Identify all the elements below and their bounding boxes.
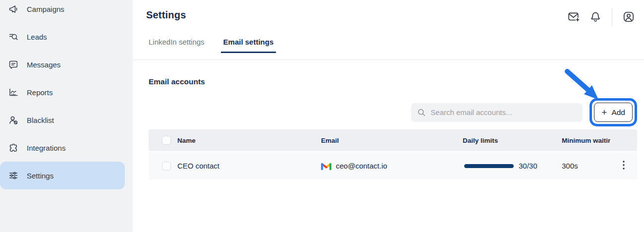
bell-icon[interactable] bbox=[587, 8, 604, 25]
mail-add-icon[interactable] bbox=[565, 8, 582, 25]
sliders-icon bbox=[8, 170, 19, 181]
email-accounts-table: Name Email Daily limits Minimum waiting … bbox=[149, 129, 637, 179]
row-checkbox[interactable] bbox=[162, 162, 171, 171]
sidebar-item-leads[interactable]: Leads bbox=[0, 23, 125, 51]
megaphone-icon bbox=[8, 3, 19, 14]
sidebar-item-blacklist[interactable]: Blacklist bbox=[0, 106, 125, 134]
table-header-row: Name Email Daily limits Minimum waiting … bbox=[149, 129, 637, 151]
add-button-label: Add bbox=[611, 108, 625, 117]
puzzle-icon bbox=[8, 142, 19, 153]
column-header-name: Name bbox=[177, 137, 321, 144]
sidebar-item-settings[interactable]: Settings bbox=[0, 162, 125, 189]
kebab-menu-icon[interactable] bbox=[619, 159, 629, 173]
column-header-daily-limits: Daily limits bbox=[463, 137, 562, 144]
blocked-person-icon bbox=[8, 115, 19, 125]
sidebar-item-label: Integrations bbox=[27, 144, 65, 152]
account-name: CEO contact bbox=[177, 162, 321, 170]
minimum-waiting-value: 300s bbox=[562, 162, 610, 170]
gmail-icon bbox=[321, 162, 331, 170]
sidebar-item-label: Blacklist bbox=[27, 116, 54, 124]
sidebar-item-label: Settings bbox=[27, 172, 54, 180]
daily-limits-cell: 30/30 bbox=[463, 162, 562, 170]
chart-icon bbox=[8, 87, 19, 98]
sidebar-item-label: Reports bbox=[27, 88, 53, 97]
topbar: Settings bbox=[133, 0, 644, 60]
table-row: CEO contact ceo@contact.io 30/30 bbox=[149, 152, 637, 179]
select-all-checkbox[interactable] bbox=[162, 136, 171, 145]
search-box bbox=[411, 103, 583, 122]
sidebar-item-label: Messages bbox=[27, 60, 60, 69]
tab-linkedin-settings[interactable]: LinkedIn settings bbox=[146, 38, 207, 53]
row-actions-cell bbox=[610, 159, 637, 173]
sidebar-item-reports[interactable]: Reports bbox=[0, 78, 125, 106]
message-bubble-icon bbox=[8, 59, 19, 70]
email-settings-panel: Email accounts + Add Name bbox=[133, 77, 644, 179]
divider bbox=[612, 8, 612, 26]
main-area: Settings bbox=[133, 0, 644, 232]
toolbar: + Add bbox=[149, 98, 637, 126]
sidebar-item-messages[interactable]: Messages bbox=[0, 51, 125, 78]
section-title: Email accounts bbox=[149, 77, 637, 86]
search-input[interactable] bbox=[430, 108, 577, 116]
account-email: ceo@contact.io bbox=[336, 162, 387, 170]
sidebar-item-campaigns[interactable]: Campaigns bbox=[0, 0, 125, 23]
row-select-cell bbox=[149, 162, 177, 171]
plus-icon: + bbox=[601, 108, 607, 117]
daily-limit-progress-fill bbox=[464, 164, 514, 168]
account-icon[interactable] bbox=[620, 8, 637, 25]
account-email-cell: ceo@contact.io bbox=[321, 162, 463, 170]
add-button[interactable]: + Add bbox=[594, 103, 633, 122]
leads-search-icon bbox=[8, 31, 19, 42]
column-header-minimum-waiting: Minimum waiting time bbox=[562, 137, 610, 144]
daily-limit-value: 30/30 bbox=[519, 162, 537, 170]
sidebar-item-label: Campaigns bbox=[27, 5, 64, 13]
column-header-email: Email bbox=[321, 137, 463, 144]
page-title: Settings bbox=[146, 9, 186, 21]
tab-email-settings[interactable]: Email settings bbox=[221, 38, 276, 53]
topbar-actions bbox=[565, 8, 637, 26]
search-icon bbox=[417, 108, 426, 117]
sidebar-item-label: Leads bbox=[27, 33, 47, 41]
sidebar-item-integrations[interactable]: Integrations bbox=[0, 134, 125, 162]
daily-limit-progress-bar bbox=[464, 164, 514, 168]
settings-tabs: LinkedIn settings Email settings bbox=[146, 38, 276, 53]
sidebar: Campaigns Leads Messages Reports bbox=[0, 0, 133, 232]
annotation-highlight-ring: + Add bbox=[590, 98, 637, 126]
select-all-cell bbox=[149, 136, 177, 145]
